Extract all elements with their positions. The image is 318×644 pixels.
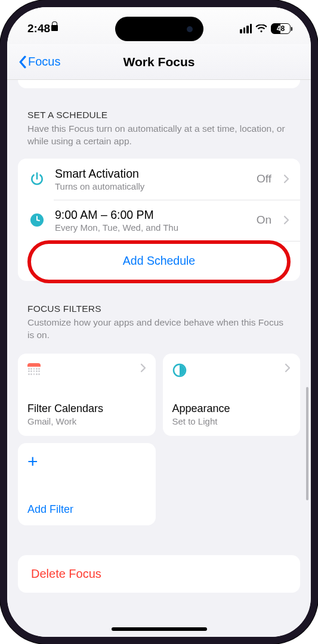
chevron-right-icon <box>283 174 289 184</box>
cellular-icon <box>240 24 252 33</box>
chevron-right-icon <box>285 363 291 373</box>
row-sub: Every Mon, Tue, Wed, and Thu <box>55 222 247 233</box>
schedule-card: Smart Activation Turns on automatically … <box>18 159 300 281</box>
row-sub: Turns on automatically <box>55 181 247 191</box>
dynamic-island <box>115 17 203 41</box>
tile-sub: Set to Light <box>172 416 291 426</box>
add-schedule-button[interactable]: Add Schedule <box>18 241 300 281</box>
scroll-indicator <box>306 387 308 500</box>
battery-icon: 48 <box>271 23 291 34</box>
time-schedule-row[interactable]: 9:00 AM – 6:00 PM Every Mon, Tue, Wed, a… <box>18 200 300 241</box>
back-button[interactable]: Focus <box>7 55 60 69</box>
clock-icon <box>29 213 45 227</box>
row-title: Smart Activation <box>55 167 247 181</box>
screen: 2:48 48 Focus Work Focus SET A SCHEDULE … <box>7 7 311 637</box>
add-filter-tile[interactable]: + Add Filter <box>18 443 156 525</box>
filters-header: FOCUS FILTERS Customize how your apps an… <box>7 304 311 345</box>
status-time: 2:48 <box>27 22 58 35</box>
prev-card-stub <box>18 80 300 88</box>
tile-sub: Gmail, Work <box>27 416 146 426</box>
chevron-right-icon <box>140 363 146 373</box>
plus-icon: + <box>27 453 38 470</box>
schedule-title: SET A SCHEDULE <box>27 110 291 120</box>
filters-desc: Customize how your apps and device behav… <box>27 317 291 342</box>
add-schedule-label: Add Schedule <box>123 254 195 268</box>
schedule-desc: Have this Focus turn on automatically at… <box>27 123 291 148</box>
filters-title: FOCUS FILTERS <box>27 304 291 314</box>
appearance-tile[interactable]: Appearance Set to Light <box>163 354 301 436</box>
wifi-icon <box>255 24 267 33</box>
delete-focus-label: Delete Focus <box>31 567 287 581</box>
tile-title: Filter Calendars <box>27 402 146 415</box>
lock-icon <box>51 22 58 31</box>
smart-activation-row[interactable]: Smart Activation Turns on automatically … <box>18 159 300 200</box>
filter-calendars-tile[interactable]: Filter Calendars Gmail, Work <box>18 354 156 436</box>
chevron-right-icon <box>283 215 289 225</box>
add-filter-label: Add Filter <box>27 503 146 516</box>
schedule-header: SET A SCHEDULE Have this Focus turn on a… <box>7 110 311 151</box>
chevron-left-icon <box>18 55 27 69</box>
calendar-icon <box>27 363 41 376</box>
nav-bar: Focus Work Focus <box>7 44 311 80</box>
home-indicator[interactable] <box>112 627 207 631</box>
content-scroll[interactable]: SET A SCHEDULE Have this Focus turn on a… <box>7 80 311 637</box>
tile-title: Appearance <box>172 402 291 415</box>
phone-frame: 2:48 48 Focus Work Focus SET A SCHEDULE … <box>0 0 318 644</box>
delete-focus-button[interactable]: Delete Focus <box>18 555 300 593</box>
filters-grid: Filter Calendars Gmail, Work Appearance … <box>18 354 300 525</box>
row-value: On <box>257 213 271 227</box>
back-label: Focus <box>28 55 60 69</box>
power-icon <box>29 171 45 187</box>
row-value: Off <box>257 172 271 185</box>
appearance-icon <box>172 363 187 377</box>
row-title: 9:00 AM – 6:00 PM <box>55 208 247 222</box>
